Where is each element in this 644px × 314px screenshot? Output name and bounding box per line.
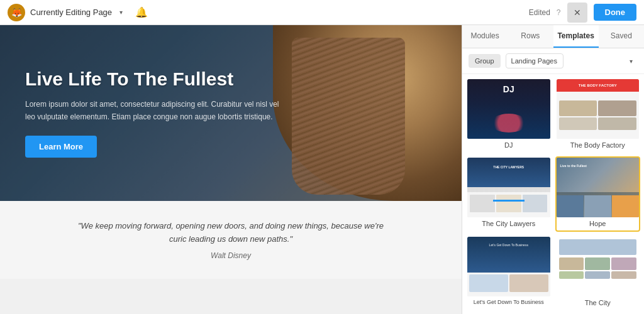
hero-title: Live Life To The Fullest (25, 68, 289, 90)
template-name-body-factory: The Body Factory (557, 139, 640, 151)
quote-section: "We keep moving forward, opening new doo… (0, 201, 462, 279)
template-name-business: Let's Get Down To Business (467, 296, 550, 308)
template-name-city-lawyers: The City Lawyers (467, 217, 550, 230)
template-item-business[interactable]: Let's Get Down To Business (466, 236, 552, 310)
template-thumb-city-lawyers (467, 158, 550, 217)
bf-header: THE BODY FACTORY (557, 79, 640, 92)
template-name-hope: Hope (557, 217, 640, 230)
learn-more-button[interactable]: Learn More (25, 136, 97, 158)
category-select-wrapper: Landing Pages Business Portfolio (506, 53, 638, 68)
template-thumb-business (467, 237, 550, 296)
quote-text: "We keep moving forward, opening new doo… (74, 220, 388, 246)
template-name-city: The City (557, 296, 640, 309)
template-name-dj: DJ (467, 139, 550, 151)
top-bar: 🦊 Currently Editing Page ▾ 🔔 Edited ? ✕ … (0, 0, 644, 25)
hope-cell-3 (612, 195, 639, 217)
bell-icon[interactable]: 🔔 (135, 6, 148, 18)
hope-grid (557, 195, 640, 217)
template-item-city-lawyers[interactable]: The City Lawyers (466, 156, 552, 231)
group-button[interactable]: Group (469, 54, 501, 68)
hero-content: Live Life To The Fullest Lorem ipsum dol… (0, 68, 314, 157)
right-panel: Modules Rows Templates Saved Group Landi… (462, 25, 644, 314)
hero-section: Live Life To The Fullest Lorem ipsum dol… (0, 25, 462, 201)
chevron-down-icon[interactable]: ▾ (119, 9, 123, 16)
template-item-city[interactable]: The City (555, 236, 641, 310)
hero-description: Lorem ipsum dolor sit amet, consectetur … (25, 99, 289, 122)
avatar: 🦊 (8, 4, 25, 21)
quote-author: Walt Disney (13, 251, 449, 260)
template-item-dj[interactable]: DJ (466, 78, 552, 153)
template-item-hope[interactable]: Live to the Fullest Hope (555, 156, 641, 231)
tab-saved[interactable]: Saved (599, 25, 644, 48)
panel-tabs: Modules Rows Templates Saved (462, 25, 644, 48)
tab-rows[interactable]: Rows (508, 25, 553, 48)
tab-templates[interactable]: Templates (553, 25, 599, 48)
help-icon[interactable]: ? (557, 8, 561, 17)
templates-grid: DJ THE BODY FACTORY (462, 74, 644, 314)
top-bar-left: 🦊 Currently Editing Page ▾ 🔔 (8, 4, 148, 21)
category-select[interactable]: Landing Pages Business Portfolio (506, 53, 564, 68)
hope-cell-1 (557, 195, 584, 217)
template-thumb-body-factory: THE BODY FACTORY (557, 79, 640, 139)
template-thumb-city (557, 237, 640, 296)
hope-cell-2 (584, 195, 611, 217)
template-thumb-dj (467, 79, 550, 139)
edited-label: Edited (529, 8, 550, 17)
page-preview: Live Life To The Fullest Lorem ipsum dol… (0, 25, 462, 314)
main-area: Live Life To The Fullest Lorem ipsum dol… (0, 25, 644, 314)
template-item-body-factory[interactable]: THE BODY FACTORY The Body Factory (555, 78, 641, 153)
editing-label: Currently Editing Page (30, 8, 112, 17)
top-bar-right: Edited ? ✕ Done (529, 3, 636, 23)
bf-body (557, 92, 640, 139)
close-button[interactable]: ✕ (567, 3, 587, 23)
panel-filter: Group Landing Pages Business Portfolio (462, 48, 644, 74)
template-thumb-hope: Live to the Fullest (557, 158, 640, 217)
tab-modules[interactable]: Modules (462, 25, 508, 48)
done-button[interactable]: Done (594, 4, 637, 21)
